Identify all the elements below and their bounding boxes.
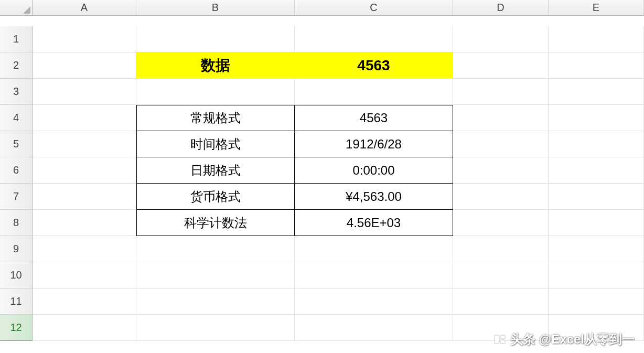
- svg-rect-1: [500, 335, 505, 339]
- row-header-8[interactable]: 8: [0, 210, 33, 236]
- svg-rect-2: [500, 340, 505, 344]
- cell-a2[interactable]: [33, 52, 136, 79]
- cell-c3[interactable]: [295, 79, 453, 105]
- cell-a10[interactable]: [33, 262, 136, 288]
- cell-d7[interactable]: [453, 184, 549, 210]
- cell-c7-format-value[interactable]: ¥4,563.00: [295, 184, 453, 210]
- cell-e3[interactable]: [549, 79, 644, 105]
- cell-a5[interactable]: [33, 131, 136, 157]
- cell-a11[interactable]: [33, 288, 136, 315]
- cell-d2[interactable]: [453, 52, 549, 79]
- cell-a6[interactable]: [33, 157, 136, 184]
- cell-e10[interactable]: [549, 262, 644, 288]
- row-header-2[interactable]: 2: [0, 52, 33, 79]
- cell-d5[interactable]: [453, 131, 549, 157]
- row-header-10[interactable]: 10: [0, 262, 33, 288]
- cell-b10[interactable]: [136, 262, 295, 288]
- cell-e1[interactable]: [549, 26, 644, 52]
- cell-a7[interactable]: [33, 184, 136, 210]
- row-header-1[interactable]: 1: [0, 26, 33, 52]
- cell-e2[interactable]: [549, 52, 644, 79]
- cell-a12[interactable]: [33, 315, 136, 341]
- cell-d6[interactable]: [453, 157, 549, 184]
- cell-c6-format-value[interactable]: 0:00:00: [295, 157, 453, 184]
- cell-d8[interactable]: [453, 210, 549, 236]
- cell-c12[interactable]: [295, 315, 453, 341]
- cell-c1[interactable]: [295, 26, 453, 52]
- col-header-d[interactable]: D: [453, 0, 549, 16]
- row-header-9[interactable]: 9: [0, 236, 33, 262]
- row-header-6[interactable]: 6: [0, 157, 33, 184]
- cell-c10[interactable]: [295, 262, 453, 288]
- cell-b3[interactable]: [136, 79, 295, 105]
- cell-c8-format-value[interactable]: 4.56E+03: [295, 210, 453, 236]
- cell-a1[interactable]: [33, 26, 136, 52]
- cell-e7[interactable]: [549, 184, 644, 210]
- cell-b2-data-header[interactable]: 数据: [136, 52, 295, 79]
- spreadsheet-grid[interactable]: A B C D E 1 2 数据 4563 3 4 常规格式 4563 5 时间…: [0, 0, 644, 341]
- select-all-corner[interactable]: [0, 0, 33, 16]
- col-header-a[interactable]: A: [33, 0, 136, 16]
- row-header-5[interactable]: 5: [0, 131, 33, 157]
- row-header-3[interactable]: 3: [0, 79, 33, 105]
- cell-b12[interactable]: [136, 315, 295, 341]
- cell-b9[interactable]: [136, 236, 295, 262]
- cell-b5-format-label[interactable]: 时间格式: [136, 131, 295, 157]
- watermark: 头条 @Excel从零到一: [493, 331, 635, 348]
- cell-e4[interactable]: [549, 105, 644, 131]
- cell-a8[interactable]: [33, 210, 136, 236]
- cell-e8[interactable]: [549, 210, 644, 236]
- watermark-text: 头条 @Excel从零到一: [510, 331, 635, 348]
- cell-d1[interactable]: [453, 26, 549, 52]
- col-header-c[interactable]: C: [295, 0, 453, 16]
- cell-b8-format-label[interactable]: 科学计数法: [136, 210, 295, 236]
- cell-c4-format-value[interactable]: 4563: [295, 105, 453, 131]
- cell-d4[interactable]: [453, 105, 549, 131]
- row-header-4[interactable]: 4: [0, 105, 33, 131]
- cell-a4[interactable]: [33, 105, 136, 131]
- cell-e9[interactable]: [549, 236, 644, 262]
- row-header-11[interactable]: 11: [0, 288, 33, 315]
- cell-e5[interactable]: [549, 131, 644, 157]
- cell-b4-format-label[interactable]: 常规格式: [136, 105, 295, 131]
- row-header-7[interactable]: 7: [0, 184, 33, 210]
- row-header-12[interactable]: 12: [0, 315, 33, 341]
- cell-d10[interactable]: [453, 262, 549, 288]
- cell-c2-data-value[interactable]: 4563: [295, 52, 453, 79]
- cell-b1[interactable]: [136, 26, 295, 52]
- cell-a9[interactable]: [33, 236, 136, 262]
- cell-b6-format-label[interactable]: 日期格式: [136, 157, 295, 184]
- col-header-b[interactable]: B: [136, 0, 295, 16]
- cell-d9[interactable]: [453, 236, 549, 262]
- cell-e6[interactable]: [549, 157, 644, 184]
- cell-c11[interactable]: [295, 288, 453, 315]
- cell-a3[interactable]: [33, 79, 136, 105]
- cell-c5-format-value[interactable]: 1912/6/28: [295, 131, 453, 157]
- cell-c9[interactable]: [295, 236, 453, 262]
- cell-e11[interactable]: [549, 288, 644, 315]
- watermark-icon: [493, 333, 506, 346]
- svg-rect-0: [495, 335, 499, 344]
- col-header-e[interactable]: E: [549, 0, 644, 16]
- cell-d3[interactable]: [453, 79, 549, 105]
- cell-b11[interactable]: [136, 288, 295, 315]
- cell-d11[interactable]: [453, 288, 549, 315]
- cell-b7-format-label[interactable]: 货币格式: [136, 184, 295, 210]
